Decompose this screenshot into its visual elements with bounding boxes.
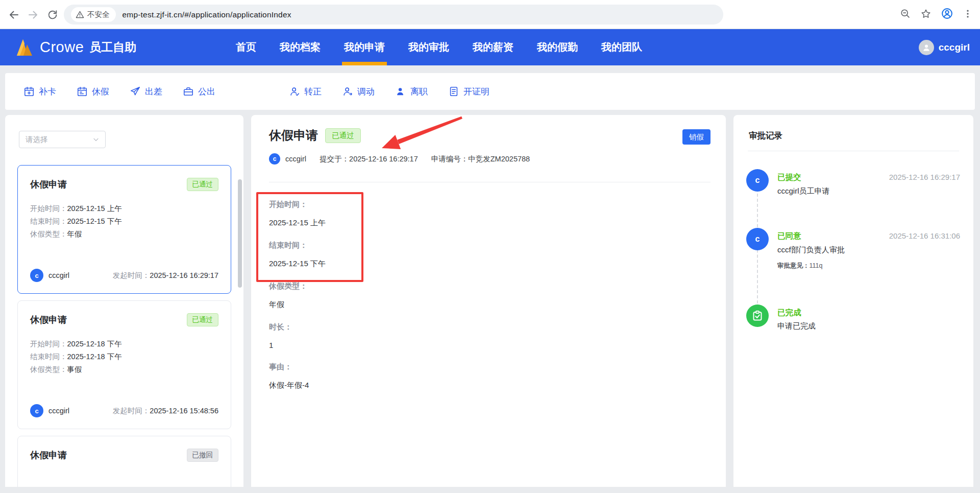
nav-item-home[interactable]: 首页: [236, 29, 256, 65]
action-diaodong[interactable]: 调动: [342, 86, 375, 98]
card-title: 休假申请: [30, 178, 67, 191]
step-desc: cccgirl员工申请: [777, 186, 830, 196]
field-label: 开始时间：: [30, 204, 67, 213]
user-menu[interactable]: cccgirl: [919, 29, 970, 65]
nav-item-my-approvals[interactable]: 我的审批: [408, 29, 449, 65]
timeline-node-check: [746, 304, 769, 327]
detail-title: 休假申请: [269, 127, 318, 144]
submitted-label: 提交于：: [320, 155, 349, 163]
field-value: 2025-12-15 上午: [67, 204, 122, 213]
action-zhuanzheng[interactable]: 转正: [289, 86, 322, 98]
profile-icon[interactable]: [941, 7, 953, 20]
action-xiujia[interactable]: 休假: [77, 86, 109, 98]
initiated-time: 2025-12-16 15:48:56: [150, 407, 218, 415]
zoom-out-icon[interactable]: [900, 8, 911, 19]
step-status: 已提交: [777, 172, 801, 183]
step-time: 2025-12-16 16:31:06: [889, 231, 960, 240]
nav-item-my-salary[interactable]: 我的薪资: [473, 29, 513, 65]
detail-field-value: 1: [269, 341, 483, 349]
card-title: 休假申请: [30, 449, 67, 461]
application-card[interactable]: 休假申请 已通过 开始时间：2025-12-18 下午 结束时间：2025-12…: [17, 300, 231, 429]
nav-item-my-attendance[interactable]: 我的假勤: [537, 29, 578, 65]
card-user: cccgirl: [48, 271, 69, 279]
nav-item-my-applications[interactable]: 我的申请: [344, 29, 385, 65]
nav-item-my-profile[interactable]: 我的档案: [280, 29, 321, 65]
action-label: 公出: [198, 86, 215, 98]
avatar: c: [30, 404, 43, 417]
comment-value: 111q: [810, 262, 823, 269]
step-comment: 审批意见：111q: [777, 262, 822, 270]
person-move-icon: [342, 86, 353, 97]
action-gongchu[interactable]: 公出: [183, 86, 215, 98]
application-card[interactable]: 休假申请 已通过 开始时间：2025-12-15 上午 结束时间：2025-12…: [17, 165, 231, 294]
nav-item-my-team[interactable]: 我的团队: [601, 29, 642, 65]
approval-title: 审批记录: [749, 130, 782, 142]
filter-placeholder: 请选择: [26, 135, 48, 145]
action-chuchai[interactable]: 出差: [130, 86, 162, 98]
main-nav: 首页 我的档案 我的申请 我的审批 我的薪资 我的假勤 我的团队: [236, 29, 642, 65]
calendar-plus-icon: [23, 86, 35, 97]
address-bar[interactable]: 不安全 emp-test.zjf-it.cn/#/application/app…: [64, 5, 723, 25]
security-chip[interactable]: 不安全: [71, 7, 116, 22]
certificate-icon: [448, 86, 459, 97]
detail-field-label: 时长：: [269, 322, 483, 332]
forward-icon[interactable]: [26, 7, 41, 22]
application-card[interactable]: 休假申请 已撤回: [17, 436, 231, 487]
action-buka[interactable]: 补卡: [23, 86, 56, 98]
avatar: c: [30, 269, 43, 282]
refresh-icon[interactable]: [45, 7, 60, 22]
url-text: emp-test.zjf-it.cn/#/application/applica…: [122, 10, 291, 19]
step-status: 已完成: [777, 308, 801, 318]
filter-select[interactable]: 请选择: [19, 131, 106, 148]
step-time: 2025-12-16 16:29:17: [889, 173, 960, 181]
step-status: 已同意: [777, 231, 801, 242]
person-leave-icon: [395, 86, 406, 97]
submitted-time: 2025-12-16 16:29:17: [349, 155, 418, 163]
brand-name: Crowe: [40, 39, 84, 56]
divider: [269, 182, 710, 182]
step-desc: cccf部门负责人审批: [777, 245, 845, 255]
briefcase-icon: [183, 86, 194, 97]
detail-field-value: 2025-12-15 上午: [269, 218, 483, 228]
approval-record-panel: 审批记录 c 已提交 2025-12-16 16:29:17 cccgirl员工…: [733, 115, 973, 487]
detail-field-label: 开始时间：: [269, 200, 483, 209]
revoke-leave-button[interactable]: 销假: [682, 129, 710, 145]
action-label: 离职: [410, 86, 428, 98]
application-detail-panel: 休假申请 已通过 销假 c cccgirl 提交于：2025-12-16 16:…: [251, 115, 726, 487]
field-value: 2025-12-18 下午: [67, 340, 122, 348]
action-label: 出差: [145, 86, 162, 98]
detail-field-value: 年假: [269, 300, 483, 310]
security-label: 不安全: [87, 10, 110, 19]
initiated-label: 发起时间：: [113, 271, 150, 279]
crowe-logo-icon: [15, 37, 34, 57]
bookmark-star-icon[interactable]: [920, 8, 932, 19]
timeline-node-avatar: c: [746, 169, 769, 192]
action-kaizhengming[interactable]: 开证明: [448, 86, 489, 98]
action-lizhi[interactable]: 离职: [395, 86, 428, 98]
detail-field-value: 2025-12-15 下午: [269, 259, 483, 269]
field-value: 年假: [67, 230, 82, 238]
timeline-node-avatar: c: [746, 228, 769, 250]
field-label: 结束时间：: [30, 353, 67, 361]
field-label: 结束时间：: [30, 217, 67, 225]
status-badge: 已撤回: [187, 449, 219, 462]
application-no-label: 申请编号：: [431, 155, 469, 163]
chevron-down-icon: [92, 135, 100, 144]
user-name: cccgirl: [939, 42, 970, 53]
action-label: 补卡: [39, 86, 56, 98]
detail-field-label: 事由：: [269, 362, 483, 372]
card-title: 休假申请: [30, 314, 67, 326]
submitter-name: cccgirl: [285, 155, 306, 163]
calendar-icon: [77, 86, 88, 97]
kebab-menu-icon[interactable]: [963, 9, 973, 19]
plane-icon: [130, 86, 141, 97]
sidebar-scrollbar[interactable]: [238, 179, 242, 288]
field-value: 事假: [67, 365, 82, 373]
field-label: 休假类型：: [30, 230, 67, 238]
quick-action-toolbar: 补卡 休假 出差 公出 转正 调动 离职 开证明: [5, 73, 975, 110]
field-value: 2025-12-18 下午: [67, 353, 122, 361]
initiated-time: 2025-12-16 16:29:17: [150, 271, 218, 279]
detail-field-label: 结束时间：: [269, 241, 483, 250]
back-icon[interactable]: [6, 7, 21, 22]
avatar: c: [269, 153, 280, 165]
